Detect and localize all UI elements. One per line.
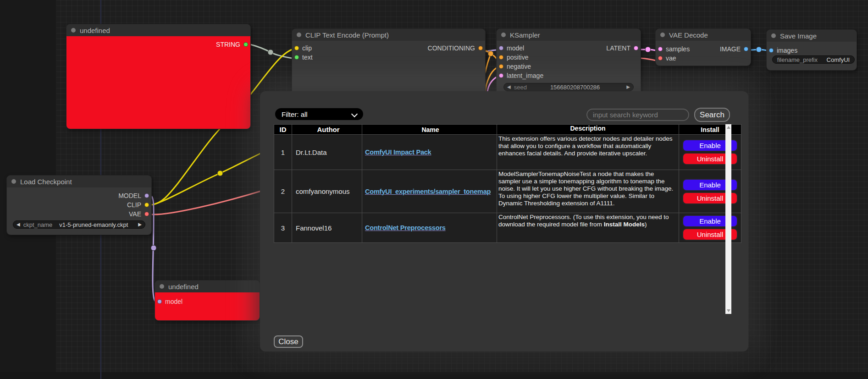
reroute-dot-clip[interactable] [217, 170, 223, 176]
reroute-dot-latent[interactable] [645, 47, 651, 52]
widget-label: filename_prefix [777, 56, 818, 63]
images-input-dot[interactable] [769, 48, 774, 53]
node-undefined-top[interactable]: undefined STRING [66, 24, 250, 129]
cell-author: comfyanonymous [292, 170, 362, 213]
node-body: samples vae IMAGE [656, 41, 751, 66]
node-title-label: Load Checkpoint [20, 178, 72, 186]
node-title-label: CLIP Text Encode (Prompt) [305, 31, 389, 39]
collapse-dot-icon[interactable] [660, 33, 665, 37]
close-button[interactable]: Close [274, 335, 303, 348]
collapse-dot-icon[interactable] [501, 33, 506, 37]
cell-description: This extension offers various detector n… [497, 135, 679, 158]
conditioning-output-dot[interactable] [478, 46, 483, 50]
search-input[interactable] [586, 109, 689, 121]
negative-input-dot[interactable] [499, 64, 503, 69]
decrement-arrow-icon[interactable]: ◀ [13, 220, 23, 229]
reroute-dot-string[interactable] [268, 49, 273, 55]
col-header-install: Install [679, 125, 741, 135]
extension-link[interactable]: ComfyUI_experiments/sampler_tonemap [365, 188, 491, 195]
node-title-bar[interactable]: VAE Decode [656, 29, 751, 41]
node-title-bar[interactable]: CLIP Text Encode (Prompt) [292, 29, 485, 41]
collapse-dot-icon[interactable] [71, 28, 76, 33]
node-ksampler[interactable]: KSampler model positive negative latent_… [497, 29, 641, 96]
collapse-dot-icon[interactable] [771, 33, 776, 38]
collapse-dot-icon[interactable] [160, 284, 164, 289]
text-input-dot[interactable] [294, 55, 299, 60]
vae-output-dot[interactable] [144, 212, 149, 216]
model-output-dot[interactable] [144, 193, 149, 198]
node-title-bar[interactable]: Save Image [767, 30, 857, 42]
node-vae-decode[interactable]: VAE Decode samples vae IMAGE [656, 29, 751, 66]
description-tail-text: ) [645, 221, 647, 228]
node-clip-text-encode[interactable]: CLIP Text Encode (Prompt) clip text COND… [292, 29, 485, 96]
node-title-bar[interactable]: undefined [66, 24, 250, 36]
node-title-bar[interactable]: Load Checkpoint [7, 176, 151, 187]
col-header-name: Name [362, 125, 497, 135]
node-graph-canvas[interactable]: undefined STRING CLIP Text Encode (Promp… [0, 0, 868, 379]
wire-model-to-undefined [151, 196, 155, 301]
increment-arrow-icon[interactable]: ▶ [623, 83, 633, 91]
ckpt-name-widget[interactable]: ◀ ckpt_name v1-5-pruned-emaonly.ckpt ▶ [13, 220, 145, 229]
extension-link[interactable]: ComfyUI Impact Pack [365, 148, 431, 156]
widget-value: 156680208700286 [527, 84, 623, 91]
latent-image-input-dot[interactable] [499, 73, 503, 78]
node-body: model positive negative latent_image LAT… [497, 41, 641, 96]
cell-id: 1 [274, 135, 292, 170]
output-label: VAE [129, 210, 141, 218]
col-header-description: Description [497, 125, 679, 135]
input-label: images [777, 47, 797, 54]
extension-link[interactable]: ControlNet Preprocessors [365, 224, 446, 231]
scroll-down-arrow-icon[interactable] [727, 309, 730, 312]
filter-dropdown[interactable]: Filter: all [275, 108, 363, 120]
scrollbar[interactable] [725, 124, 731, 314]
output-label: CONDITIONING [428, 44, 475, 52]
input-slot-text: text [292, 53, 485, 62]
wire-latent-from-below [487, 77, 497, 92]
output-slot-vae: VAE [7, 209, 151, 219]
collapse-dot-icon[interactable] [11, 179, 16, 184]
input-slot-latent-image: latent_image [497, 71, 641, 80]
wire-string-to-text [250, 44, 292, 58]
collapse-dot-icon[interactable] [297, 33, 301, 37]
table-row: 3 Fannovel16 ControlNet Preprocessors Co… [274, 213, 741, 243]
decrement-arrow-icon[interactable]: ◀ [504, 83, 514, 91]
input-label: latent_image [507, 72, 543, 79]
clip-output-dot[interactable] [144, 203, 149, 207]
scroll-up-arrow-icon[interactable] [727, 126, 730, 129]
positive-input-dot[interactable] [499, 55, 503, 60]
output-label: IMAGE [720, 45, 741, 53]
reroute-dot-conditioning[interactable] [488, 51, 493, 56]
model-input-dot[interactable] [157, 299, 162, 304]
input-slot-vae: vae [656, 54, 751, 63]
input-slot-images: images [767, 46, 857, 55]
vae-input-dot[interactable] [658, 56, 663, 60]
filename-prefix-widget[interactable]: filename_prefix ComfyUI [772, 55, 855, 64]
string-output-dot[interactable] [243, 42, 248, 47]
col-header-author: Author [292, 125, 362, 135]
output-slot-string: STRING [66, 39, 250, 49]
node-title-bar[interactable]: undefined [155, 280, 260, 292]
node-load-checkpoint[interactable]: Load Checkpoint MODEL CLIP VAE ◀ ckpt_na… [7, 176, 151, 235]
node-save-image[interactable]: Save Image images filename_prefix ComfyU… [767, 30, 857, 70]
node-title-label: undefined [80, 27, 110, 34]
node-title-bar[interactable]: KSampler [497, 29, 641, 41]
canvas-bottom-band [0, 372, 868, 379]
reroute-dot-image[interactable] [756, 47, 762, 52]
search-button[interactable]: Search [694, 108, 730, 122]
reroute-dot-model[interactable] [151, 245, 156, 251]
increment-arrow-icon[interactable]: ▶ [135, 220, 145, 229]
node-undefined-bottom[interactable]: undefined model [155, 280, 260, 320]
widget-label: ckpt_name [23, 221, 53, 228]
wire-clip-secondary [151, 151, 265, 205]
node-body: clip text CONDITIONING [292, 41, 485, 96]
extensions-table: ID Author Name Description Install 1 Dr.… [274, 124, 741, 243]
output-slot-clip: CLIP [7, 200, 151, 209]
cell-description: ControlNet Preprocessors. (To use this e… [497, 213, 679, 229]
latent-output-dot[interactable] [634, 46, 638, 50]
node-title-label: KSampler [510, 31, 540, 39]
node-title-label: Save Image [780, 32, 817, 40]
cell-id: 3 [274, 213, 292, 243]
wire-latent-to-samples [641, 49, 656, 50]
seed-widget[interactable]: ◀ seed 156680208700286 ▶ [503, 83, 634, 91]
image-output-dot[interactable] [744, 47, 748, 51]
